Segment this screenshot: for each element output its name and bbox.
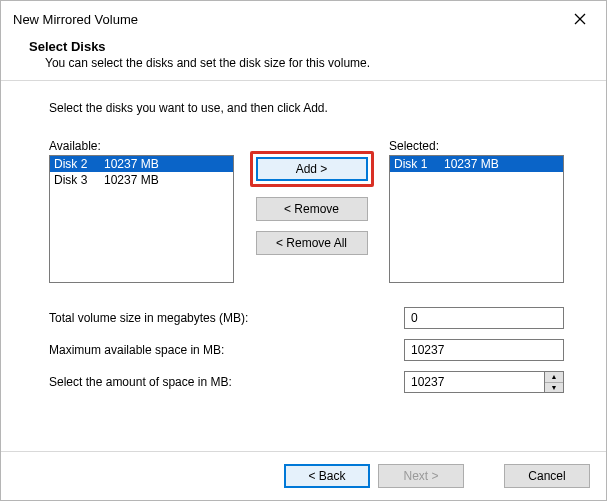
close-button[interactable] xyxy=(564,7,596,31)
amount-spinner: ▲ ▼ xyxy=(404,371,564,393)
add-highlight: Add > xyxy=(250,151,374,187)
titlebar: New Mirrored Volume xyxy=(1,1,606,35)
list-item[interactable]: Disk 310237 MB xyxy=(50,172,233,188)
list-item[interactable]: Disk 110237 MB xyxy=(390,156,563,172)
total-label: Total volume size in megabytes (MB): xyxy=(49,311,404,325)
disk-name: Disk 1 xyxy=(394,157,444,171)
selected-column: Selected: Disk 110237 MB xyxy=(389,139,564,283)
content-area: Select the disks you want to use, and th… xyxy=(1,81,606,451)
next-button[interactable]: Next > xyxy=(378,464,464,488)
page-heading: Select Disks xyxy=(29,39,578,54)
selected-label: Selected: xyxy=(389,139,564,153)
amount-input[interactable] xyxy=(404,371,544,393)
close-icon xyxy=(574,13,586,25)
cancel-button[interactable]: Cancel xyxy=(504,464,590,488)
max-value: 10237 xyxy=(404,339,564,361)
remove-all-button[interactable]: < Remove All xyxy=(256,231,368,255)
page-subtext: You can select the disks and set the dis… xyxy=(45,56,578,70)
spin-up-button[interactable]: ▲ xyxy=(545,372,563,383)
page-header: Select Disks You can select the disks an… xyxy=(1,35,606,81)
wizard-footer: < Back Next > Cancel xyxy=(1,451,606,500)
transfer-buttons: Add > < Remove < Remove All xyxy=(234,139,389,255)
disk-size: 10237 MB xyxy=(104,173,159,187)
spin-down-button[interactable]: ▼ xyxy=(545,383,563,393)
selected-listbox[interactable]: Disk 110237 MB xyxy=(389,155,564,283)
disk-size: 10237 MB xyxy=(444,157,499,171)
add-button[interactable]: Add > xyxy=(256,157,368,181)
amount-label: Select the amount of space in MB: xyxy=(49,375,404,389)
available-label: Available: xyxy=(49,139,234,153)
instruction-text: Select the disks you want to use, and th… xyxy=(49,101,564,115)
spin-buttons: ▲ ▼ xyxy=(544,371,564,393)
disk-size: 10237 MB xyxy=(104,157,159,171)
disk-selection-row: Available: Disk 210237 MBDisk 310237 MB … xyxy=(49,139,564,283)
total-row: Total volume size in megabytes (MB): 0 xyxy=(49,307,564,329)
size-form: Total volume size in megabytes (MB): 0 M… xyxy=(49,307,564,393)
available-listbox[interactable]: Disk 210237 MBDisk 310237 MB xyxy=(49,155,234,283)
max-row: Maximum available space in MB: 10237 xyxy=(49,339,564,361)
back-button[interactable]: < Back xyxy=(284,464,370,488)
amount-row: Select the amount of space in MB: ▲ ▼ xyxy=(49,371,564,393)
window-title: New Mirrored Volume xyxy=(13,12,138,27)
max-label: Maximum available space in MB: xyxy=(49,343,404,357)
disk-name: Disk 3 xyxy=(54,173,104,187)
total-value: 0 xyxy=(404,307,564,329)
wizard-window: New Mirrored Volume Select Disks You can… xyxy=(0,0,607,501)
disk-name: Disk 2 xyxy=(54,157,104,171)
remove-button[interactable]: < Remove xyxy=(256,197,368,221)
available-column: Available: Disk 210237 MBDisk 310237 MB xyxy=(49,139,234,283)
list-item[interactable]: Disk 210237 MB xyxy=(50,156,233,172)
spacer xyxy=(472,464,496,488)
